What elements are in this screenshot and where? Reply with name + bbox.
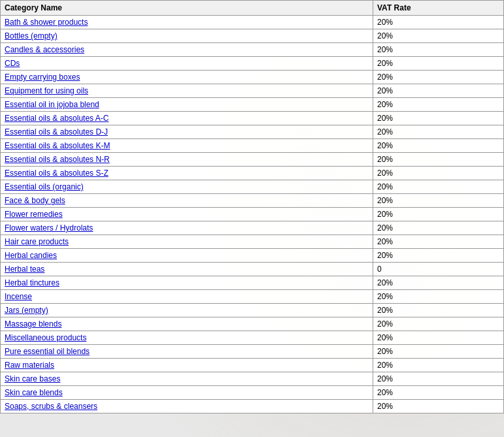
table-row: Essential oils & absolutes K-M20% <box>1 139 504 153</box>
category-name-cell[interactable]: Flower remedies <box>1 208 373 221</box>
category-name-cell[interactable]: Hair care products <box>1 235 373 249</box>
vat-rate-cell: 20% <box>373 57 504 71</box>
category-name-cell[interactable]: Empty carrying boxes <box>1 71 373 84</box>
table-row: Essential oil in jojoba blend20% <box>1 98 504 112</box>
vat-rate-cell: 20% <box>373 221 504 235</box>
vat-rate-cell: 20% <box>373 331 504 345</box>
category-name-cell[interactable]: Miscellaneous products <box>1 331 373 345</box>
vat-rate-cell: 20% <box>373 359 504 372</box>
vat-rate-cell: 20% <box>373 153 504 167</box>
category-name-cell[interactable]: Raw materials <box>1 359 373 372</box>
vat-rate-cell: 20% <box>373 386 504 400</box>
category-name-cell[interactable]: Essential oils & absolutes S-Z <box>1 167 373 180</box>
table-row: Empty carrying boxes20% <box>1 71 504 84</box>
category-name-cell[interactable]: Herbal candies <box>1 249 373 263</box>
vat-table: Category Name VAT Rate Bath & shower pro… <box>0 0 504 413</box>
vat-rate-cell: 20% <box>373 194 504 208</box>
table-row: Essential oils (organic)20% <box>1 180 504 194</box>
category-name-cell[interactable]: Candles & accessories <box>1 43 373 57</box>
category-name-cell[interactable]: Essential oils & absolutes A-C <box>1 112 373 125</box>
vat-rate-cell: 20% <box>373 125 504 139</box>
vat-rate-cell: 20% <box>373 249 504 263</box>
table-row: Bottles (empty)20% <box>1 29 504 43</box>
vat-rate-cell: 20% <box>373 112 504 125</box>
table-header-row: Category Name VAT Rate <box>1 1 504 16</box>
category-name-cell[interactable]: Herbal tinctures <box>1 276 373 290</box>
vat-rate-cell: 20% <box>373 304 504 317</box>
table-row: Bath & shower products20% <box>1 16 504 29</box>
table-row: Flower remedies20% <box>1 208 504 221</box>
category-name-cell[interactable]: Equipment for using oils <box>1 84 373 98</box>
category-name-cell[interactable]: Skin care blends <box>1 386 373 400</box>
table-row: Essential oils & absolutes A-C20% <box>1 112 504 125</box>
table-row: Essential oils & absolutes N-R20% <box>1 153 504 167</box>
category-name-cell[interactable]: Incense <box>1 290 373 304</box>
category-name-cell[interactable]: Flower waters / Hydrolats <box>1 221 373 235</box>
vat-rate-cell: 20% <box>373 180 504 194</box>
table-row: Skin care bases20% <box>1 372 504 386</box>
table-row: Flower waters / Hydrolats20% <box>1 221 504 235</box>
category-name-cell[interactable]: Bath & shower products <box>1 16 373 29</box>
vat-rate-cell: 20% <box>373 276 504 290</box>
category-name-cell[interactable]: Pure essential oil blends <box>1 345 373 359</box>
table-row: Essential oils & absolutes D-J20% <box>1 125 504 139</box>
category-name-header: Category Name <box>1 1 373 16</box>
table-row: Hair care products20% <box>1 235 504 249</box>
category-name-cell[interactable]: Essential oil in jojoba blend <box>1 98 373 112</box>
category-name-cell[interactable]: Massage blends <box>1 317 373 331</box>
category-name-cell[interactable]: Face & body gels <box>1 194 373 208</box>
category-name-cell[interactable]: Herbal teas <box>1 263 373 276</box>
category-name-cell[interactable]: Soaps, scrubs & cleansers <box>1 400 373 413</box>
table-row: Essential oils & absolutes S-Z20% <box>1 167 504 180</box>
vat-rate-cell: 20% <box>373 29 504 43</box>
vat-rate-cell: 20% <box>373 317 504 331</box>
category-name-cell[interactable]: CDs <box>1 57 373 71</box>
category-name-cell[interactable]: Essential oils & absolutes K-M <box>1 139 373 153</box>
vat-rate-cell: 20% <box>373 235 504 249</box>
table-row: Raw materials20% <box>1 359 504 372</box>
vat-rate-cell: 20% <box>373 372 504 386</box>
vat-rate-cell: 20% <box>373 208 504 221</box>
category-name-cell[interactable]: Essential oils & absolutes D-J <box>1 125 373 139</box>
category-name-cell[interactable]: Essential oils & absolutes N-R <box>1 153 373 167</box>
vat-rate-cell: 20% <box>373 167 504 180</box>
category-name-cell[interactable]: Jars (empty) <box>1 304 373 317</box>
table-row: Skin care blends20% <box>1 386 504 400</box>
table-row: Incense20% <box>1 290 504 304</box>
category-name-cell[interactable]: Skin care bases <box>1 372 373 386</box>
vat-rate-cell: 20% <box>373 345 504 359</box>
table-row: Massage blends20% <box>1 317 504 331</box>
category-name-cell[interactable]: Bottles (empty) <box>1 29 373 43</box>
table-row: Jars (empty)20% <box>1 304 504 317</box>
table-row: Herbal candies20% <box>1 249 504 263</box>
table-row: Miscellaneous products20% <box>1 331 504 345</box>
table-row: Pure essential oil blends20% <box>1 345 504 359</box>
vat-rate-cell: 20% <box>373 139 504 153</box>
vat-rate-cell: 20% <box>373 400 504 413</box>
vat-rate-cell: 20% <box>373 290 504 304</box>
category-name-cell[interactable]: Essential oils (organic) <box>1 180 373 194</box>
table-row: CDs20% <box>1 57 504 71</box>
vat-rate-cell: 20% <box>373 16 504 29</box>
vat-rate-cell: 0 <box>373 263 504 276</box>
main-content: Category Name VAT Rate Bath & shower pro… <box>0 0 504 413</box>
table-row: Herbal teas0 <box>1 263 504 276</box>
vat-rate-cell: 20% <box>373 43 504 57</box>
table-row: Candles & accessories20% <box>1 43 504 57</box>
vat-rate-cell: 20% <box>373 71 504 84</box>
table-row: Soaps, scrubs & cleansers20% <box>1 400 504 413</box>
table-row: Herbal tinctures20% <box>1 276 504 290</box>
vat-rate-header: VAT Rate <box>373 1 504 16</box>
table-row: Face & body gels20% <box>1 194 504 208</box>
table-row: Equipment for using oils20% <box>1 84 504 98</box>
vat-rate-cell: 20% <box>373 98 504 112</box>
vat-rate-cell: 20% <box>373 84 504 98</box>
